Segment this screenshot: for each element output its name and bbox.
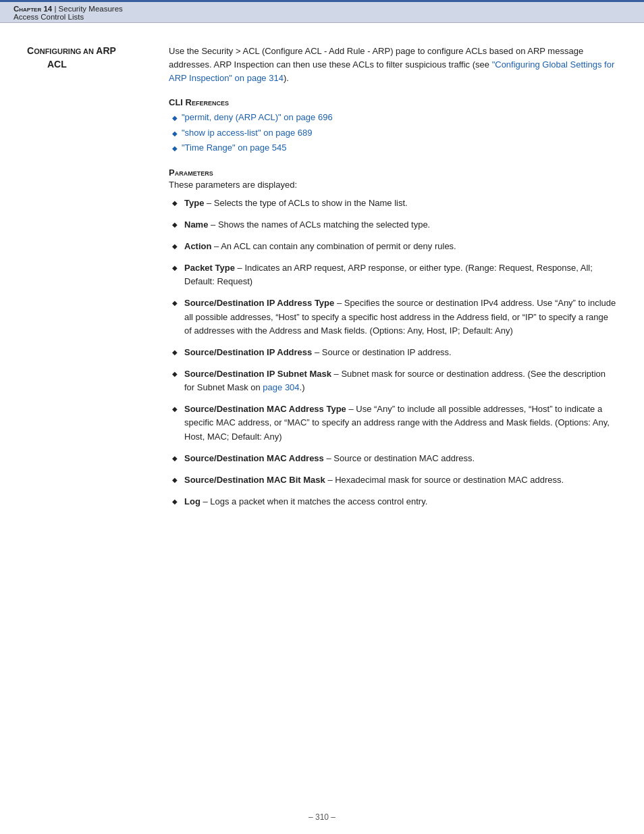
bullet-icon: ◆ — [172, 454, 178, 462]
param-src-dst-mac-name: Source/Destination MAC Address — [184, 453, 324, 463]
list-item: ◆ Source/Destination MAC Address Type – … — [169, 402, 617, 443]
list-item: ◆ Source/Destination IP Subnet Mask – Su… — [169, 367, 617, 394]
param-name-text: Name – Shows the names of ACLs matching … — [184, 218, 430, 232]
parameters-intro: These parameters are displayed: — [169, 180, 617, 190]
bullet-icon: ◆ — [172, 264, 178, 271]
cli-link-1[interactable]: "permit, deny (ARP ACL)" on page 696 — [182, 112, 333, 122]
param-packettype-name: Packet Type — [184, 263, 235, 273]
cli-link-3[interactable]: "Time Range" on page 545 — [182, 142, 286, 153]
bullet-icon: ◆ — [172, 498, 178, 505]
list-item: ◆ Source/Destination MAC Address – Sourc… — [169, 452, 617, 465]
cli-link-2[interactable]: "show ip access-list" on page 689 — [182, 128, 313, 138]
section-title-col: CONFIGURING AN ARPACL — [27, 43, 169, 517]
list-item: "Time Range" on page 545 — [172, 140, 617, 155]
list-item: ◆ Name – Shows the names of ACLs matchin… — [169, 218, 617, 232]
cli-ref-list: "permit, deny (ARP ACL)" on page 696 "sh… — [169, 110, 617, 155]
chapter-title: Security Measures — [59, 5, 123, 13]
param-log-name: Log — [184, 496, 200, 506]
bullet-icon: ◆ — [172, 199, 178, 207]
param-src-dst-mac-text: Source/Destination MAC Address – Source … — [184, 452, 475, 465]
list-item: "permit, deny (ARP ACL)" on page 696 — [172, 110, 617, 125]
param-src-dst-ip-text: Source/Destination IP Address – Source o… — [184, 346, 452, 359]
bullet-icon: ◆ — [172, 405, 178, 413]
cli-references-section: CLI References "permit, deny (ARP ACL)" … — [169, 97, 617, 155]
param-src-dst-mac-bitmask-name: Source/Destination MAC Bit Mask — [184, 475, 325, 485]
list-item: ◆ Source/Destination IP Address – Source… — [169, 346, 617, 359]
param-name-name: Name — [184, 219, 208, 230]
page-304-link[interactable]: page 304 — [263, 382, 299, 392]
param-src-dst-mac-bitmask-text: Source/Destination MAC Bit Mask – Hexade… — [184, 473, 564, 487]
param-action-name: Action — [184, 241, 211, 251]
bullet-icon: ◆ — [172, 476, 178, 484]
bullet-icon: ◆ — [172, 370, 178, 377]
param-src-dst-ip-type-name: Source/Destination IP Address Type — [184, 298, 334, 308]
list-item: "show ip access-list" on page 689 — [172, 126, 617, 140]
bullet-icon: ◆ — [172, 299, 178, 307]
param-action-text: Action – An ACL can contain any combinat… — [184, 240, 456, 253]
page-content: CONFIGURING AN ARPACL Use the Security >… — [0, 23, 644, 550]
list-item: ◆ Type – Selects the type of ACLs to sho… — [169, 197, 617, 210]
list-item: ◆ Packet Type – Indicates an ARP request… — [169, 261, 617, 288]
top-bar: Chapter 14 | Security Measures Access Co… — [0, 2, 644, 23]
chapter-header: Chapter 14 | Security Measures — [14, 5, 630, 13]
parameters-section: Parameters These parameters are displaye… — [169, 167, 617, 509]
list-item: ◆ Action – An ACL can contain any combin… — [169, 240, 617, 253]
chapter-label: Chapter 14 — [14, 5, 52, 13]
param-log-text: Log – Logs a packet when it matches the … — [184, 495, 427, 509]
list-item: ◆ Log – Logs a packet when it matches th… — [169, 495, 617, 509]
page-number: – 310 – — [308, 812, 336, 822]
parameters-title: Parameters — [169, 167, 617, 178]
configuring-an-arp-label: CONFIGURING AN ARPACL — [27, 45, 116, 70]
param-src-dst-ip-type-text: Source/Destination IP Address Type – Spe… — [184, 296, 617, 337]
list-item: ◆ Source/Destination MAC Bit Mask – Hexa… — [169, 473, 617, 487]
section-body-col: Use the Security > ACL (Configure ACL - … — [169, 43, 617, 517]
bullet-icon: ◆ — [172, 348, 178, 356]
param-src-dst-mac-type-name: Source/Destination MAC Address Type — [184, 404, 346, 414]
param-src-dst-subnet-name: Source/Destination IP Subnet Mask — [184, 369, 331, 379]
param-src-dst-subnet-text: Source/Destination IP Subnet Mask – Subn… — [184, 367, 617, 394]
list-item: ◆ Source/Destination IP Address Type – S… — [169, 296, 617, 337]
bullet-icon: ◆ — [172, 242, 178, 250]
param-type-text: Type – Selects the type of ACLs to show … — [184, 197, 408, 210]
param-list: ◆ Type – Selects the type of ACLs to sho… — [169, 197, 617, 509]
section-title: CONFIGURING AN ARPACL — [27, 45, 162, 71]
intro-text-end: ). — [284, 73, 289, 83]
separator: | — [52, 5, 58, 13]
page-footer: – 310 – — [0, 812, 644, 822]
section-header-row: CONFIGURING AN ARPACL Use the Security >… — [27, 43, 617, 517]
cli-references-title: CLI References — [169, 97, 617, 107]
intro-paragraph: Use the Security > ACL (Configure ACL - … — [169, 45, 617, 85]
bullet-icon: ◆ — [172, 221, 178, 228]
param-src-dst-ip-name: Source/Destination IP Address — [184, 347, 312, 357]
param-packettype-text: Packet Type – Indicates an ARP request, … — [184, 261, 617, 288]
sub-title: Access Control Lists — [14, 13, 630, 21]
param-type-name: Type — [184, 198, 204, 208]
param-src-dst-mac-type-text: Source/Destination MAC Address Type – Us… — [184, 402, 617, 443]
